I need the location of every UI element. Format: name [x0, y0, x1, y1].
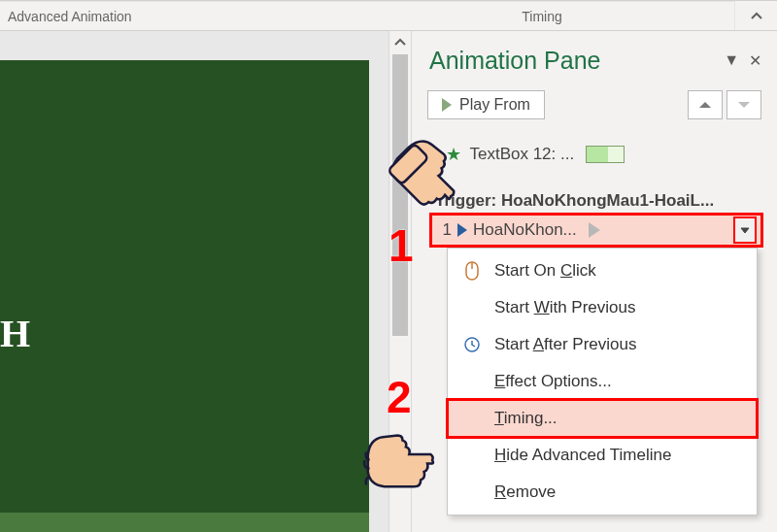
menu-label: Effect Options...	[494, 372, 612, 391]
play-from-button[interactable]: Play From	[427, 90, 545, 119]
play-icon	[457, 223, 467, 237]
clock-icon	[461, 336, 483, 353]
menu-timing[interactable]: Timing...	[448, 400, 757, 437]
menu-label: Start After Previous	[494, 335, 636, 354]
play-icon	[442, 98, 452, 112]
menu-label: Remove	[494, 482, 556, 502]
reorder-up-button[interactable]	[688, 90, 723, 119]
menu-start-on-click[interactable]: Start On Click	[448, 252, 757, 289]
menu-label: Start With Previous	[494, 298, 636, 317]
menu-start-with-previous[interactable]: Start With Previous	[448, 289, 757, 326]
slide-edit-area[interactable]: H	[0, 31, 388, 532]
mouse-icon	[461, 260, 483, 282]
pane-options-button[interactable]: ▼	[724, 51, 739, 70]
trigger-label: Trigger: HoaNoKhongMau1-HoaiL...	[435, 191, 763, 211]
menu-hide-advanced-timeline[interactable]: Hide Advanced Timeline	[448, 437, 757, 474]
play-from-label: Play From	[459, 96, 530, 114]
animation-item-dropdown-button[interactable]	[733, 216, 757, 244]
ribbon-group-labels: Advanced Animation Timing	[0, 0, 777, 31]
animation-item-index: 1	[429, 145, 438, 164]
ribbon-group-advanced-animation: Advanced Animation	[0, 1, 350, 30]
animation-pane-title: Animation Pane	[429, 47, 601, 75]
star-icon: ★	[446, 144, 461, 165]
slide-canvas[interactable]: H	[0, 60, 369, 532]
animation-context-menu: Start On Click Start With Previous Start…	[447, 248, 758, 515]
menu-label: Hide Advanced Timeline	[494, 446, 671, 465]
animation-item-selected[interactable]: 1 HoaNoKhon...	[429, 213, 763, 248]
menu-effect-options[interactable]: Effect Options...	[448, 363, 757, 400]
animation-item-1[interactable]: 1 ★ TextBox 12: ...	[429, 141, 763, 168]
menu-remove[interactable]: Remove	[448, 474, 757, 511]
scroll-thumb[interactable]	[392, 54, 408, 336]
slide-footer-band	[0, 513, 369, 532]
ribbon-group-timing: Timing	[350, 1, 734, 30]
menu-label: Start On Click	[494, 261, 596, 281]
timeline-block	[586, 146, 625, 163]
collapse-ribbon-button[interactable]	[734, 1, 777, 30]
animation-list: 1 ★ TextBox 12: ... Trigger: HoaNoKhongM…	[425, 141, 763, 515]
slide-title-fragment: H	[0, 311, 30, 356]
workspace: H Animation Pane ▼ ✕ Play From	[0, 31, 777, 532]
animation-item-label: HoaNoKhon...	[473, 220, 577, 240]
pane-close-button[interactable]: ✕	[749, 51, 761, 70]
menu-label: Timing...	[494, 409, 557, 428]
animation-item-index: 1	[436, 220, 452, 240]
scroll-up-button[interactable]	[389, 31, 411, 54]
animation-pane: Animation Pane ▼ ✕ Play From 1	[412, 31, 777, 532]
vertical-scrollbar[interactable]	[388, 31, 412, 532]
menu-start-after-previous[interactable]: Start After Previous	[448, 326, 757, 363]
triangle-icon	[589, 222, 600, 238]
reorder-down-button[interactable]	[726, 90, 761, 119]
animation-item-label: TextBox 12: ...	[469, 145, 574, 164]
